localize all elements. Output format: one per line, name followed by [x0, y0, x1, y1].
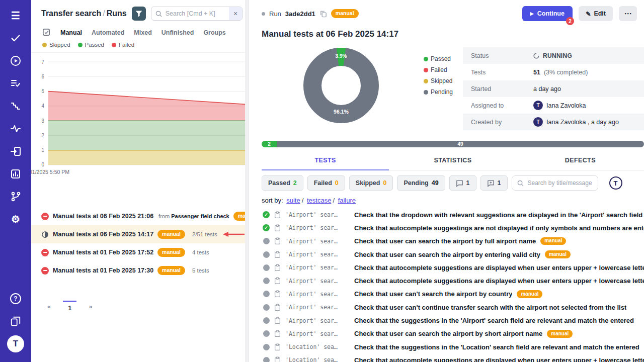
breadcrumb-project[interactable]: Transfer search — [41, 9, 101, 18]
test-row[interactable]: 'Airport' sear… Check that autocomplete … — [262, 221, 644, 234]
filter-pending-button[interactable]: Pending49 — [397, 175, 445, 191]
run-row[interactable]: Manual tests at 01 Feb 2025 17:30 manual… — [31, 261, 249, 280]
test-suite-label[interactable]: 'Airport' sear… — [285, 291, 350, 298]
test-title[interactable]: Check that autocomplete suggestions are … — [354, 264, 644, 272]
test-title[interactable]: Check that user can't search the airport… — [354, 290, 512, 298]
tab-automated[interactable]: Automated — [92, 29, 124, 36]
run-row[interactable]: Manual tests at 01 Feb 2025 17:52 manual… — [31, 243, 249, 261]
settings-icon[interactable]: ⚙ — [0, 208, 31, 230]
test-title[interactable]: Check that the dropdown with relevant su… — [354, 211, 642, 219]
runs-search-input[interactable] — [165, 10, 229, 18]
test-row[interactable]: 'Airport' sear… Check that autocomplete … — [262, 274, 644, 287]
progress-passed-segment: 2 — [262, 141, 277, 147]
import-icon[interactable] — [0, 140, 31, 162]
sort-by-testcase[interactable]: testcase — [307, 197, 331, 204]
legend-passed: Passed — [424, 55, 453, 62]
select-all-icon[interactable] — [42, 28, 51, 37]
filter-passed-button[interactable]: Passed2 — [262, 175, 303, 191]
legend-skipped: Skipped — [424, 77, 453, 84]
tab-defects[interactable]: DEFECTS — [517, 152, 644, 170]
test-suite-label[interactable]: 'Airport' sear… — [285, 304, 350, 311]
sort-by-failure[interactable]: failure — [338, 197, 356, 204]
run-row-selected[interactable]: Manual tests at 06 Feb 2025 14:17 manual… — [31, 225, 249, 243]
prev-page-button[interactable]: « — [47, 303, 51, 310]
test-row[interactable]: 'Location' sea… Check that the suggestio… — [262, 340, 644, 353]
activity-icon[interactable] — [0, 117, 31, 140]
test-search-input[interactable] — [527, 179, 593, 187]
test-title[interactable]: Check that user can search the airport b… — [354, 237, 536, 245]
comments-filter-button[interactable]: 1 — [449, 175, 476, 191]
test-row[interactable]: 'Airport' sear… Check that autocomplete … — [262, 261, 644, 274]
runs-icon[interactable] — [0, 49, 31, 72]
workspace-logo[interactable]: T — [0, 332, 31, 355]
test-row[interactable]: 'Airport' sear… Check that the dropdown … — [262, 208, 644, 221]
test-suite-label[interactable]: 'Airport' sear… — [285, 238, 350, 245]
user-avatar[interactable]: T — [609, 176, 622, 190]
filter-failed-button[interactable]: Failed0 — [307, 175, 345, 191]
run-overview: 3.9% 96.1% Passed Failed Skipped Pending… — [262, 45, 644, 136]
test-title[interactable]: Check that user can search the airport b… — [354, 330, 542, 337]
test-title[interactable]: Check that user can't continue transfer … — [354, 304, 626, 311]
manual-badge: manual — [157, 266, 185, 275]
run-from: from Passenger field check — [158, 213, 229, 219]
check-icon[interactable] — [0, 27, 31, 49]
tab-manual[interactable]: Manual — [60, 29, 82, 36]
menu-icon[interactable]: ☰ — [0, 4, 31, 27]
branches-icon[interactable] — [0, 185, 31, 208]
info-row-assigned: Assigned to TIana Zavoloka — [463, 97, 644, 114]
svg-text:7: 7 — [41, 59, 44, 65]
test-row[interactable]: 'Airport' sear… Check that the suggestio… — [262, 314, 644, 327]
test-suite-label[interactable]: 'Airport' sear… — [285, 211, 350, 218]
reports-icon[interactable] — [0, 162, 31, 185]
steps-icon[interactable] — [0, 95, 31, 117]
filter-skipped-button[interactable]: Skipped0 — [349, 175, 393, 191]
svg-text:6: 6 — [41, 74, 44, 79]
svg-text:3: 3 — [41, 118, 44, 124]
tab-unfinished[interactable]: Unfinished — [162, 29, 194, 36]
copy-run-id-button[interactable] — [319, 10, 327, 18]
test-title[interactable]: Check that the suggestions in the 'Locat… — [354, 343, 639, 351]
tab-groups[interactable]: Groups — [203, 29, 225, 36]
test-row[interactable]: 'Airport' sear… Check that user can sear… — [262, 327, 644, 340]
funnel-icon — [135, 10, 143, 18]
test-suite-label[interactable]: 'Airport' sear… — [285, 317, 350, 324]
test-row[interactable]: 'Airport' sear… Check that user can't co… — [262, 301, 644, 314]
retest-filter-button[interactable]: 1 — [480, 175, 508, 191]
sort-by-suite[interactable]: suite — [286, 197, 300, 204]
tab-statistics[interactable]: STATISTICS — [389, 152, 516, 170]
tab-tests[interactable]: TESTS — [262, 152, 389, 170]
help-icon[interactable]: ? — [0, 287, 31, 310]
test-title[interactable]: Check that autocomplete suggestions are … — [354, 356, 644, 362]
docs-icon[interactable] — [0, 310, 31, 332]
test-title[interactable]: Check that the suggestions in the 'Airpo… — [354, 317, 634, 324]
test-suite-label[interactable]: 'Airport' sear… — [285, 330, 350, 337]
test-row[interactable]: 'Location' sea… Check that autocomplete … — [262, 353, 644, 362]
edit-button[interactable]: ✎ Edit — [579, 6, 613, 21]
test-title[interactable]: Check that autocomplete suggestings are … — [354, 224, 644, 232]
test-suite-label[interactable]: 'Airport' sear… — [285, 224, 350, 231]
test-title[interactable]: Check that user can search the airport b… — [354, 251, 540, 258]
panel-scrollbar[interactable] — [245, 0, 249, 362]
continue-button[interactable]: ▶ Continue 2 — [522, 6, 573, 21]
test-suite-label[interactable]: 'Location' sea… — [285, 356, 350, 362]
test-row[interactable]: 'Airport' sear… Check that user can't se… — [262, 288, 644, 301]
test-suite-label[interactable]: 'Airport' sear… — [285, 264, 350, 271]
test-row[interactable]: 'Airport' sear… Check that user can sear… — [262, 248, 644, 261]
donut-legend: Passed Failed Skipped Pending — [424, 55, 453, 96]
filter-button[interactable] — [132, 7, 146, 21]
run-row[interactable]: Manual tests at 06 Feb 2025 21:06 from P… — [31, 207, 249, 225]
passed-dot-icon — [424, 57, 428, 61]
tab-mixed[interactable]: Mixed — [134, 29, 151, 36]
page-1-button[interactable]: 1 — [63, 301, 76, 312]
test-suite-label[interactable]: 'Airport' sear… — [285, 278, 350, 285]
search-clear-button[interactable]: × — [229, 7, 242, 20]
detail-tabs: TESTS STATISTICS DEFECTS — [262, 152, 644, 170]
status-value: RUNNING — [543, 52, 572, 59]
more-actions-button[interactable]: ⋯ — [619, 6, 637, 21]
checklist-icon[interactable] — [0, 72, 31, 95]
test-suite-label[interactable]: 'Airport' sear… — [285, 251, 350, 258]
test-suite-label[interactable]: 'Location' sea… — [285, 343, 350, 350]
next-page-button[interactable]: » — [89, 303, 92, 310]
test-title[interactable]: Check that autocomplete suggestions are … — [354, 277, 644, 285]
test-row[interactable]: 'Airport' sear… Check that user can sear… — [262, 235, 644, 248]
